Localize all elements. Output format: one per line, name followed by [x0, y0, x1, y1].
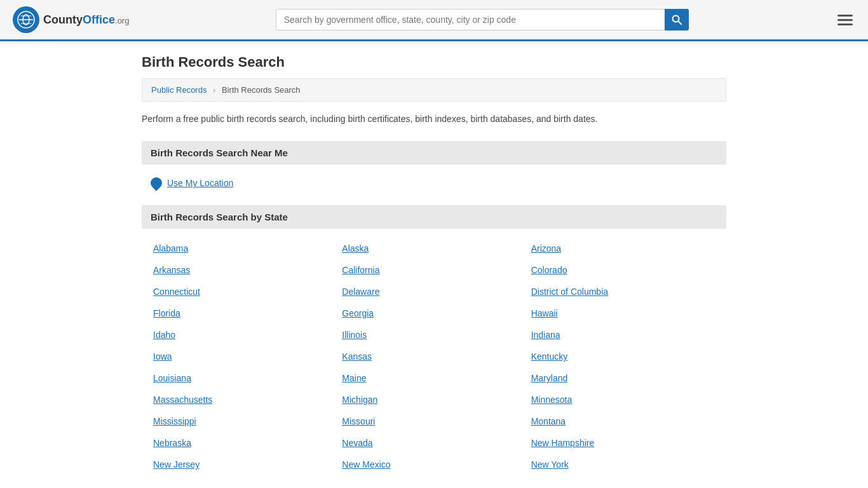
state-link[interactable]: New York [531, 459, 569, 470]
state-list-item: New Mexico [339, 454, 528, 475]
state-link[interactable]: Indiana [531, 330, 560, 340]
state-list-item: Louisiana [151, 367, 339, 389]
breadcrumb-separator: › [213, 85, 215, 95]
state-list-item: Delaware [339, 281, 528, 302]
state-link[interactable]: Georgia [342, 308, 374, 318]
near-me-section-header: Birth Records Search Near Me [142, 141, 726, 165]
state-link[interactable]: New Jersey [153, 459, 200, 470]
state-link[interactable]: Louisiana [153, 373, 191, 383]
state-list-item: Mississippi [151, 410, 339, 432]
use-my-location-link[interactable]: Use My Location [167, 178, 233, 188]
state-list-item: District of Columbia [529, 281, 717, 302]
state-list-item: Illinois [339, 324, 528, 346]
state-link[interactable]: New Hampshire [531, 438, 595, 448]
state-list-item: Arkansas [151, 259, 339, 281]
logo-text: CountyOffice.org [43, 13, 129, 27]
search-button[interactable] [665, 9, 689, 30]
state-link[interactable]: Iowa [153, 351, 172, 362]
location-icon [148, 175, 164, 191]
state-link[interactable]: Connecticut [153, 287, 200, 297]
page-title: Birth Records Search [142, 54, 726, 71]
state-link[interactable]: Massachusetts [153, 395, 212, 405]
state-link[interactable]: Missouri [342, 416, 375, 426]
breadcrumb-current: Birth Records Search [222, 85, 301, 95]
state-list-item: Nevada [339, 432, 528, 454]
page-description: Perform a free public birth records sear… [142, 112, 726, 126]
site-header: CountyOffice.org [0, 0, 868, 41]
svg-line-6 [678, 22, 681, 25]
state-link[interactable]: Alaska [342, 243, 369, 254]
state-list-item: Connecticut [151, 281, 339, 302]
state-list-item: Massachusetts [151, 389, 339, 410]
state-link[interactable]: New Mexico [342, 459, 390, 470]
state-link[interactable]: Illinois [342, 330, 367, 340]
state-list-item: New Jersey [151, 454, 339, 475]
state-link[interactable]: Idaho [153, 330, 175, 340]
state-link[interactable]: Kentucky [531, 351, 568, 362]
state-link[interactable]: Minnesota [531, 395, 573, 405]
state-list-item: Nebraska [151, 432, 339, 454]
state-link[interactable]: District of Columbia [531, 287, 608, 297]
state-link[interactable]: Nebraska [153, 438, 191, 448]
state-list-item: Alaska [339, 238, 528, 259]
state-link[interactable]: Arkansas [153, 265, 190, 275]
state-list-item: Kentucky [529, 346, 717, 367]
breadcrumb-parent-link[interactable]: Public Records [151, 85, 207, 95]
search-icon [672, 15, 682, 25]
state-list-item: Kansas [339, 346, 528, 367]
state-link[interactable]: Maryland [531, 373, 568, 383]
search-input[interactable] [276, 9, 689, 30]
state-list-item: Arizona [529, 238, 717, 259]
state-list-item: Hawaii [529, 302, 717, 324]
state-link[interactable]: Maine [342, 373, 366, 383]
state-link[interactable]: Mississippi [153, 416, 196, 426]
state-list-item: Minnesota [529, 389, 717, 410]
search-area [276, 9, 689, 30]
state-list-item: Michigan [339, 389, 528, 410]
location-link-container: Use My Location [142, 173, 726, 193]
state-link[interactable]: Alabama [153, 243, 188, 254]
state-link[interactable]: California [342, 265, 379, 275]
state-list-item: Colorado [529, 259, 717, 281]
state-list-item: New Hampshire [529, 432, 717, 454]
states-grid: AlabamaAlaskaArizonaArkansasCaliforniaCo… [142, 238, 726, 475]
menu-line [837, 24, 853, 25]
by-state-section-header: Birth Records Search by State [142, 205, 726, 229]
state-list-item: New York [529, 454, 717, 475]
state-list-item: Iowa [151, 346, 339, 367]
state-link[interactable]: Nevada [342, 438, 372, 448]
state-link[interactable]: Arizona [531, 243, 561, 254]
menu-button[interactable] [835, 12, 855, 28]
state-list-item: Maine [339, 367, 528, 389]
state-list-item: Maryland [529, 367, 717, 389]
state-link[interactable]: Florida [153, 308, 180, 318]
state-list-item: Idaho [151, 324, 339, 346]
main-content: Birth Records Search Public Records › Bi… [129, 54, 739, 475]
state-list-item: Missouri [339, 410, 528, 432]
logo-area: CountyOffice.org [13, 6, 129, 33]
menu-line [837, 15, 853, 17]
breadcrumb: Public Records › Birth Records Search [142, 78, 726, 102]
state-link[interactable]: Kansas [342, 351, 372, 362]
state-link[interactable]: Hawaii [531, 308, 558, 318]
menu-line [837, 19, 853, 21]
state-list-item: California [339, 259, 528, 281]
state-link[interactable]: Delaware [342, 287, 379, 297]
state-list-item: Florida [151, 302, 339, 324]
state-list-item: Montana [529, 410, 717, 432]
state-link[interactable]: Michigan [342, 395, 377, 405]
state-list-item: Indiana [529, 324, 717, 346]
state-link[interactable]: Colorado [531, 265, 567, 275]
logo-icon [13, 6, 39, 33]
state-list-item: Alabama [151, 238, 339, 259]
state-link[interactable]: Montana [531, 416, 566, 426]
state-list-item: Georgia [339, 302, 528, 324]
